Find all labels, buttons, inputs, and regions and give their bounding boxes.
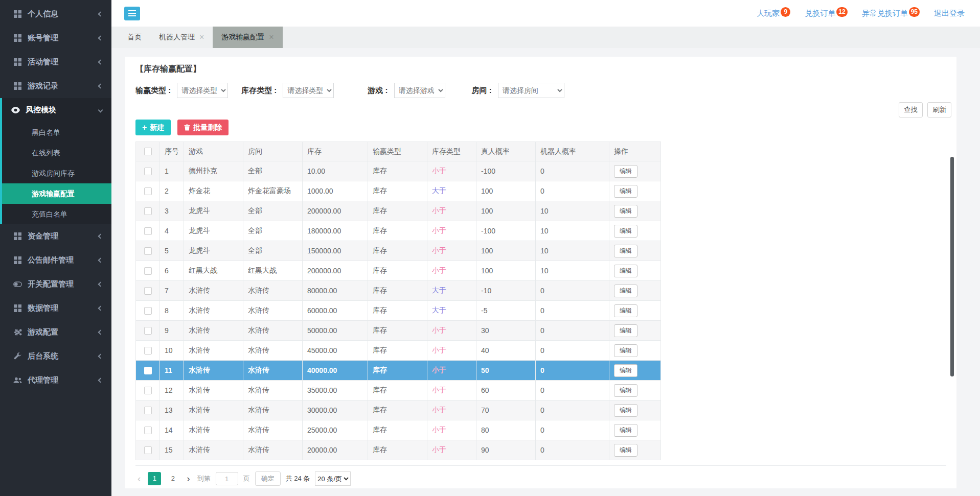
tab-game-winloss-config[interactable]: 游戏输赢配置× <box>213 27 282 48</box>
row-select-cell <box>136 321 160 341</box>
close-icon[interactable]: × <box>199 33 204 41</box>
menu-toggle-button[interactable] <box>124 7 140 20</box>
cell-actions: 编辑 <box>609 181 661 201</box>
sidebar-item-personal-info[interactable]: 个人信息 <box>0 2 111 26</box>
sidebar-item-account-mgmt[interactable]: 账号管理 <box>0 26 111 50</box>
row-checkbox[interactable] <box>144 168 152 175</box>
tab-robot-mgmt[interactable]: 机器人管理× <box>150 27 213 48</box>
sidebar-item-agent-mgmt[interactable]: 代理管理 <box>0 368 111 392</box>
row-no: 8 <box>160 301 184 321</box>
cell-stock-type: 小于 <box>427 400 476 420</box>
sidebar-item-recharge-whitelist[interactable]: 充值白名单 <box>2 204 111 224</box>
config-table: 序号游戏房间库存输赢类型库存类型真人概率机器人概率操作 1德州扑克全部10.00… <box>135 141 661 460</box>
row-checkbox[interactable] <box>144 247 152 255</box>
sidebar-item-game-config[interactable]: 游戏配置 <box>0 320 111 344</box>
sidebar-item-online-list[interactable]: 在线列表 <box>2 143 111 163</box>
cell-stock-type: 小于 <box>427 341 476 361</box>
header-link-big-player[interactable]: 大玩家9 <box>757 9 790 18</box>
edit-button[interactable]: 编辑 <box>614 185 637 198</box>
cell-stock: 30000.00 <box>303 400 368 420</box>
select-all-checkbox[interactable] <box>144 148 152 155</box>
sidebar-item-announcement-mail-mgmt[interactable]: 公告邮件管理 <box>0 248 111 272</box>
edit-button[interactable]: 编辑 <box>614 245 637 257</box>
cell-stock-type: 小于 <box>427 161 476 181</box>
cell-stock: 20000.00 <box>303 440 368 460</box>
tab-home[interactable]: 首页 <box>119 27 150 48</box>
search-button[interactable]: 查找 <box>899 102 923 117</box>
prev-page-icon[interactable]: ‹ <box>135 473 143 484</box>
confirm-page-button[interactable]: 确定 <box>255 471 281 486</box>
grid-icon <box>13 304 22 312</box>
edit-button[interactable]: 编辑 <box>614 364 637 377</box>
row-select-cell <box>136 400 160 420</box>
edit-button[interactable]: 编辑 <box>614 424 637 437</box>
winloss-type-select[interactable]: 请选择类型 <box>177 83 228 98</box>
header-link-logout[interactable]: 退出登录 <box>934 9 965 18</box>
close-icon[interactable]: × <box>269 33 274 41</box>
row-select-cell <box>136 161 160 181</box>
table-row: 6红黑大战红黑大战200000.00库存小于10010编辑 <box>136 261 661 281</box>
edit-button[interactable]: 编辑 <box>614 265 637 277</box>
cell-win-type: 库存 <box>368 301 427 321</box>
header-link-abnormal-exchange-orders[interactable]: 异常兑换订单95 <box>862 9 920 18</box>
row-no: 1 <box>160 161 184 181</box>
edit-button[interactable]: 编辑 <box>614 285 637 297</box>
row-checkbox[interactable] <box>144 287 152 295</box>
sidebar-item-game-winloss-config[interactable]: 游戏输赢配置 <box>2 183 111 204</box>
sidebar-item-game-room-stock[interactable]: 游戏房间库存 <box>2 163 111 183</box>
cell-real-prob: 30 <box>476 321 536 341</box>
edit-button[interactable]: 编辑 <box>614 165 637 178</box>
edit-button[interactable]: 编辑 <box>614 344 637 357</box>
chevron-left-icon <box>98 330 103 335</box>
batch-delete-button[interactable]: 批量删除 <box>177 120 229 135</box>
row-checkbox[interactable] <box>144 427 152 434</box>
grid-icon <box>13 256 22 264</box>
table-row: 9水浒传水浒传50000.00库存小于300编辑 <box>136 321 661 341</box>
sidebar-item-game-records[interactable]: 游戏记录 <box>0 74 111 98</box>
page-number-1[interactable]: 1 <box>148 472 161 485</box>
new-button[interactable]: + 新建 <box>135 120 171 135</box>
row-checkbox[interactable] <box>144 187 152 195</box>
sidebar-item-backend-system[interactable]: 后台系统 <box>0 344 111 368</box>
sidebar-item-funds-mgmt[interactable]: 资金管理 <box>0 224 111 248</box>
sidebar-item-activity-mgmt[interactable]: 活动管理 <box>0 50 111 74</box>
row-checkbox[interactable] <box>144 446 152 454</box>
row-checkbox[interactable] <box>144 327 152 335</box>
chevron-down-icon <box>98 108 103 113</box>
edit-button[interactable]: 编辑 <box>614 404 637 417</box>
refresh-button[interactable]: 刷新 <box>927 102 951 117</box>
edit-button[interactable]: 编辑 <box>614 225 637 238</box>
edit-button[interactable]: 编辑 <box>614 324 637 337</box>
row-checkbox[interactable] <box>144 367 152 374</box>
cell-actions: 编辑 <box>609 301 661 321</box>
row-checkbox[interactable] <box>144 227 152 235</box>
row-checkbox[interactable] <box>144 387 152 394</box>
edit-button[interactable]: 编辑 <box>614 205 637 218</box>
sidebar-item-risk-control[interactable]: 风控模块 <box>2 98 111 122</box>
edit-button[interactable]: 编辑 <box>614 444 637 457</box>
page-number-2[interactable]: 2 <box>166 472 179 485</box>
sidebar-item-black-white-list[interactable]: 黑白名单 <box>2 122 111 143</box>
cell-real-prob: -5 <box>476 301 536 321</box>
row-checkbox[interactable] <box>144 267 152 275</box>
next-page-icon[interactable]: › <box>185 473 192 484</box>
cell-stock-type: 小于 <box>427 440 476 460</box>
filter-row: 输赢类型 :请选择类型库存类型 :请选择类型游戏 :请选择游戏房间 :请选择房间 <box>135 83 946 98</box>
row-checkbox[interactable] <box>144 207 152 215</box>
page-number-input[interactable] <box>216 472 238 485</box>
cell-robot-prob: 0 <box>536 341 609 361</box>
edit-button[interactable]: 编辑 <box>614 304 637 317</box>
table-scrollbar[interactable] <box>950 157 954 376</box>
sidebar-item-switch-config-mgmt[interactable]: 开关配置管理 <box>0 272 111 296</box>
stock-type-select[interactable]: 请选择类型 <box>283 83 334 98</box>
edit-button[interactable]: 编辑 <box>614 384 637 397</box>
row-checkbox[interactable] <box>144 347 152 355</box>
game-select[interactable]: 请选择游戏 <box>394 83 445 98</box>
row-checkbox[interactable] <box>144 407 152 414</box>
page-size-select[interactable]: 20 条/页 <box>315 471 351 486</box>
sidebar-item-data-mgmt[interactable]: 数据管理 <box>0 296 111 320</box>
row-checkbox[interactable] <box>144 307 152 315</box>
room-select[interactable]: 请选择房间 <box>498 83 564 98</box>
table-row: 10水浒传水浒传45000.00库存小于400编辑 <box>136 341 661 361</box>
header-link-exchange-orders[interactable]: 兑换订单12 <box>805 9 847 18</box>
